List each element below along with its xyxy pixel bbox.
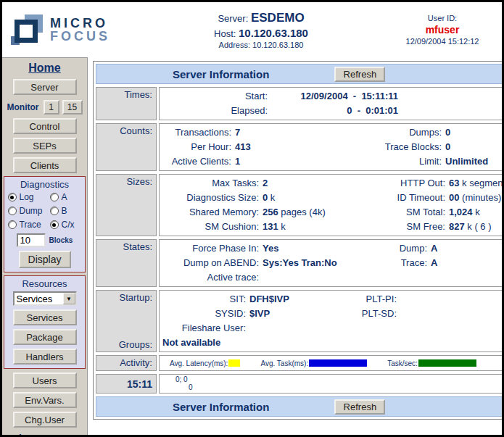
radio-a-icon[interactable]: [50, 193, 59, 201]
counts-row: Counts: Transactions:7 Dumps:0 Per Hour:…: [96, 123, 504, 171]
task-per-sec-label: Task/sec:: [387, 359, 418, 367]
radio-b[interactable]: B: [50, 206, 82, 216]
per-hour-label: Per Hour:: [162, 140, 235, 154]
startup-row: Startup: Groups: SIT:DFH$IVP PLT-PI: SYS…: [96, 290, 504, 352]
radio-trace[interactable]: Trace: [8, 220, 50, 230]
chevron-down-icon[interactable]: ▼: [63, 293, 75, 304]
resources-group: Resources Services ▼ Services Package Ha…: [4, 275, 86, 369]
monitor-15-button[interactable]: 15: [62, 100, 83, 115]
radio-b-icon[interactable]: [50, 207, 59, 215]
task-per-sec-bar: [418, 359, 476, 367]
sm-free-value: 827: [449, 220, 465, 234]
server-button[interactable]: Server: [13, 79, 77, 95]
trace-blocks-label: Trace Blocks:: [344, 140, 445, 154]
radio-log[interactable]: Log: [8, 192, 50, 202]
services-button[interactable]: Services: [13, 309, 77, 325]
sysid-value: $IVP: [249, 307, 270, 321]
trace-state-value: A: [431, 256, 437, 270]
package-button[interactable]: Package: [13, 329, 77, 345]
diagnostics-size-value: 0: [263, 191, 268, 205]
elapsed-label: Elapsed:: [162, 104, 271, 118]
http-out-label: HTTP Out:: [373, 176, 449, 191]
radio-cx[interactable]: C/x: [50, 220, 82, 230]
sm-cushion-label: SM Cushion:: [162, 220, 263, 234]
server-name: ESDEMO: [251, 11, 305, 25]
plt-sd-label: PLT-SD:: [351, 307, 400, 321]
blocks-input[interactable]: [17, 233, 46, 247]
trace-state-label: Trace:: [373, 256, 431, 270]
per-hour-value: 413: [235, 140, 251, 154]
sm-free-label: SM Free:: [373, 220, 449, 234]
sidebar: Home Server Monitor 1 15 Control SEPs Cl…: [2, 57, 88, 435]
home-link[interactable]: Home: [2, 62, 87, 75]
help-label: Help: [6, 433, 87, 435]
address-line: Address: 10.120.63.180: [129, 41, 393, 49]
display-button[interactable]: Display: [19, 251, 71, 268]
radio-trace-icon[interactable]: [8, 220, 17, 229]
user-info: User ID: mfuser 12/09/2004 15:12:12: [393, 14, 502, 46]
id-timeout-label: ID Timeout:: [373, 191, 449, 205]
micro-focus-logo-icon: [11, 13, 46, 46]
avg-task-bar: [309, 359, 367, 367]
panel-footer-bar: Server Information Refresh: [96, 396, 504, 417]
activity-sample-row: 15:11 0; 0 0: [96, 374, 504, 394]
micro-focus-logo: MICRO FOCUS: [2, 13, 129, 46]
sit-value: DFH$IVP: [249, 292, 289, 307]
sizes-row-label: Sizes:: [96, 174, 157, 236]
states-row: States: Force Phase In:Yes Dump:A Dump o…: [96, 239, 504, 287]
dumps-value: 0: [445, 125, 450, 140]
sit-label: SIT:: [162, 292, 249, 307]
times-row: Times: Start: 12/09/2004 - 15:11:11 Elap…: [96, 87, 504, 120]
logo-text-focus: FOCUS: [50, 30, 110, 43]
resources-select-value: Services: [15, 294, 63, 304]
dump-on-abend-label: Dump on ABEND:: [162, 256, 263, 270]
chguser-button[interactable]: Chg.User: [13, 412, 77, 428]
dump-state-value: A: [431, 241, 437, 256]
handlers-button[interactable]: Handlers: [13, 349, 77, 365]
transactions-value: 7: [235, 125, 240, 140]
limit-label: Limit:: [344, 154, 445, 169]
diagnostics-size-label: Diagnostics Size:: [162, 191, 263, 205]
avg-task-label: Avg. Task(ms):: [260, 359, 308, 367]
diagnostics-group: Diagnostics Log A Dump: [4, 176, 86, 272]
max-tasks-value: 2: [263, 176, 268, 191]
sm-total-label: SM Total:: [373, 205, 449, 220]
envvars-button[interactable]: Env.Vars.: [13, 392, 77, 408]
monitor-1-button[interactable]: 1: [44, 100, 59, 115]
force-phase-in-label: Force Phase In:: [162, 241, 263, 256]
sm-total-value: 1,024: [449, 205, 473, 220]
users-button[interactable]: Users: [13, 373, 77, 388]
id-timeout-value: 00: [449, 191, 459, 205]
states-row-label: States:: [96, 239, 157, 287]
refresh-button-top[interactable]: Refresh: [334, 67, 385, 82]
diagnostics-title: Diagnostics: [4, 179, 85, 190]
clients-button[interactable]: Clients: [13, 157, 77, 173]
radio-cx-icon[interactable]: [50, 220, 59, 229]
user-id-label: User ID:: [393, 14, 492, 22]
sizes-row: Sizes: Max Tasks:2 HTTP Out:63 k segment…: [96, 174, 504, 236]
groups-value: Not available: [162, 336, 504, 350]
radio-dump[interactable]: Dump: [8, 206, 50, 216]
active-clients-value: 1: [235, 154, 240, 169]
elapsed-value: 0 - 0:01:01: [271, 104, 398, 118]
max-tasks-label: Max Tasks:: [162, 176, 263, 191]
main-content: Server Information Refresh Times: Start:…: [88, 57, 504, 435]
refresh-button-bottom[interactable]: Refresh: [334, 399, 385, 415]
control-button[interactable]: Control: [13, 118, 77, 134]
seps-button[interactable]: SEPs: [13, 138, 77, 154]
panel-header-bar: Server Information Refresh: [96, 64, 504, 84]
radio-dump-icon[interactable]: [8, 207, 17, 215]
sm-cushion-value: 131: [263, 220, 278, 234]
resources-select[interactable]: Services ▼: [13, 291, 77, 306]
dump-on-abend-value: Sys:Yes Tran:No: [263, 256, 337, 270]
host-label: Host:: [214, 28, 236, 39]
dump-state-label: Dump:: [373, 241, 431, 256]
radio-a[interactable]: A: [50, 192, 82, 202]
host-value: 10.120.63.180: [239, 27, 308, 39]
radio-log-icon[interactable]: [8, 193, 17, 201]
resources-title: Resources: [4, 278, 85, 289]
header-timestamp: 12/09/2004 15:12:12: [393, 37, 492, 46]
shared-memory-label: Shared Memory:: [162, 205, 263, 220]
plt-pi-label: PLT-PI:: [351, 292, 400, 307]
start-value: 12/09/2004 - 15:11:11: [271, 89, 398, 104]
